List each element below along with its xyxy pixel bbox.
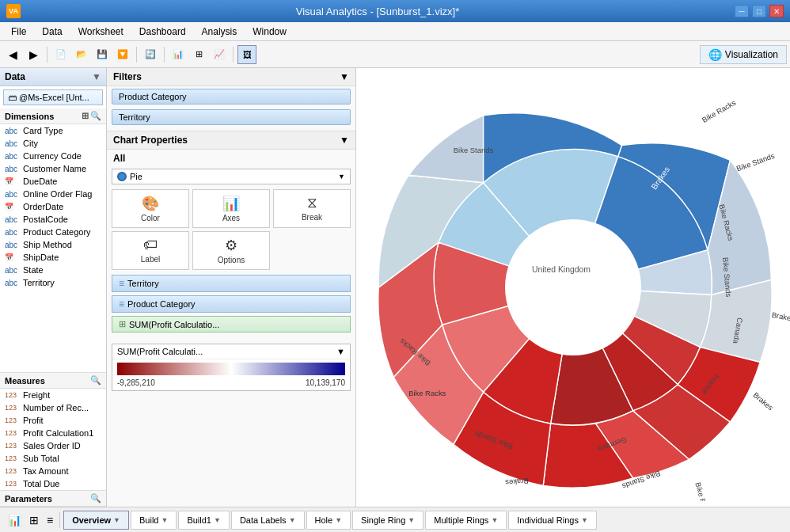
svg-text:Brakes: Brakes bbox=[505, 477, 529, 488]
tab-multiple-rings[interactable]: Multiple Rings ▼ bbox=[425, 511, 507, 530]
main-area: Data ▼ 🗃 @Ms-Excel [Unt... Dimensions ⊞ … bbox=[0, 68, 790, 507]
parameters-label: Parameters bbox=[5, 494, 52, 504]
shelf-territory-label: Territory bbox=[127, 279, 159, 288]
individual-rings-chevron: ▼ bbox=[581, 516, 588, 524]
left-panel: Data ▼ 🗃 @Ms-Excel [Unt... Dimensions ⊞ … bbox=[0, 68, 107, 507]
menu-window[interactable]: Window bbox=[245, 25, 294, 39]
dimensions-grid-icon[interactable]: ⊞ bbox=[82, 111, 89, 121]
back-button[interactable]: ◀ bbox=[3, 45, 22, 64]
measure-profit[interactable]: 123Profit bbox=[0, 414, 106, 427]
measure-tax[interactable]: 123Tax Amount bbox=[0, 465, 106, 477]
measures-search-icon[interactable]: 🔍 bbox=[90, 375, 101, 386]
tab-data-labels[interactable]: Data Labels ▼ bbox=[231, 511, 305, 530]
legend-menu-icon[interactable]: ▼ bbox=[336, 347, 345, 356]
data-labels-label: Data Labels bbox=[240, 515, 287, 525]
save-button[interactable]: 💾 bbox=[93, 45, 112, 64]
toolbar: ◀ ▶ 📄 📂 💾 🔽 🔄 📊 ⊞ 📈 🖼 🌐 Visualization bbox=[0, 41, 790, 68]
data-label: Data bbox=[5, 71, 25, 82]
list-view-icon[interactable]: ≡ bbox=[44, 512, 56, 528]
pie-chevron-icon: ▼ bbox=[338, 173, 345, 180]
break-button[interactable]: ⧖ Break bbox=[273, 189, 351, 228]
field-product-category[interactable]: abcProduct Category bbox=[0, 226, 106, 238]
measure-sales-order[interactable]: 123Sales Order ID bbox=[0, 439, 106, 452]
svg-text:Bike Stands: Bike Stands bbox=[454, 146, 494, 154]
break-label: Break bbox=[302, 213, 322, 222]
field-duedate[interactable]: 📅DueDate bbox=[0, 175, 106, 188]
svg-point-0 bbox=[506, 220, 640, 355]
minimize-button[interactable]: ─ bbox=[735, 5, 749, 17]
chart-props-icon[interactable]: ▼ bbox=[340, 135, 349, 146]
field-online-order[interactable]: abcOnline Order Flag bbox=[0, 188, 106, 200]
overview-label: Overview bbox=[72, 515, 111, 525]
svg-text:Bike Racks: Bike Racks bbox=[408, 389, 446, 397]
build1-label: Build1 bbox=[187, 515, 211, 525]
field-state[interactable]: abcState bbox=[0, 264, 106, 276]
measure-freight[interactable]: 123Freight bbox=[0, 389, 106, 401]
multiple-rings-chevron: ▼ bbox=[491, 516, 498, 524]
single-ring-label: Single Ring bbox=[361, 515, 405, 525]
vis-icon: 🌐 bbox=[708, 48, 722, 61]
field-city[interactable]: abcCity bbox=[0, 137, 106, 150]
filter-button[interactable]: 🔽 bbox=[113, 45, 132, 64]
tab-build1[interactable]: Build1 ▼ bbox=[178, 511, 230, 530]
field-territory[interactable]: abcTerritory bbox=[0, 276, 106, 289]
measure-profit-calc[interactable]: 123Profit Calculation1 bbox=[0, 427, 106, 439]
measure-total-due[interactable]: 123Total Due bbox=[0, 477, 106, 490]
menu-file[interactable]: File bbox=[3, 25, 34, 39]
tab-individual-rings[interactable]: Individual Rings ▼ bbox=[508, 511, 597, 530]
bottom-bar: 📊 ⊞ ≡ Overview ▼ Build ▼ Build1 ▼ Data L… bbox=[0, 507, 790, 532]
forward-button[interactable]: ▶ bbox=[24, 45, 43, 64]
field-card-type[interactable]: abcCard Type bbox=[0, 124, 106, 137]
field-postalcode[interactable]: abcPostalCode bbox=[0, 213, 106, 226]
label-button[interactable]: 🏷 Label bbox=[112, 231, 189, 270]
options-button[interactable]: ⚙ Options bbox=[192, 231, 270, 270]
dimensions-search-icon[interactable]: 🔍 bbox=[90, 111, 101, 121]
field-shipdate[interactable]: 📅ShipDate bbox=[0, 251, 106, 264]
filter-territory[interactable]: Territory bbox=[112, 109, 351, 125]
parameters-search-icon[interactable]: 🔍 bbox=[90, 493, 101, 504]
tab-single-ring[interactable]: Single Ring ▼ bbox=[352, 511, 423, 530]
line-chart-button[interactable]: 📈 bbox=[210, 45, 229, 64]
table-button[interactable]: ⊞ bbox=[189, 45, 208, 64]
new-button[interactable]: 📄 bbox=[51, 45, 70, 64]
menu-dashboard[interactable]: Dashboard bbox=[131, 25, 194, 39]
menu-data[interactable]: Data bbox=[34, 25, 70, 39]
filter-product-category[interactable]: Product Category bbox=[112, 89, 351, 104]
build1-chevron: ▼ bbox=[214, 516, 221, 524]
active-view-button[interactable]: 🖼 bbox=[237, 45, 256, 64]
measure-sub-total[interactable]: 123Sub Total bbox=[0, 452, 106, 465]
shelf-territory[interactable]: ≡ Territory bbox=[112, 275, 351, 292]
shelf-sum-profit[interactable]: ⊞ SUM(Profit Calculatio... bbox=[112, 316, 351, 332]
filters-menu-icon[interactable]: ▼ bbox=[340, 71, 349, 82]
svg-text:Brakes: Brakes bbox=[751, 390, 775, 412]
field-currency-code[interactable]: abcCurrency Code bbox=[0, 150, 106, 162]
measure-num-rec[interactable]: 123Number of Rec... bbox=[0, 401, 106, 414]
chart-type-select: Pie ▼ bbox=[112, 169, 351, 184]
tab-build[interactable]: Build ▼ bbox=[131, 511, 177, 530]
tab-hole[interactable]: Hole ▼ bbox=[306, 511, 351, 530]
maximize-button[interactable]: □ bbox=[752, 5, 766, 17]
ds-name: @Ms-Excel [Unt... bbox=[19, 93, 89, 102]
axes-button[interactable]: 📊 Axes bbox=[192, 189, 270, 228]
open-button[interactable]: 📂 bbox=[72, 45, 91, 64]
bar-chart-button[interactable]: 📊 bbox=[169, 45, 188, 64]
menu-analysis[interactable]: Analysis bbox=[194, 25, 245, 39]
menu-worksheet[interactable]: Worksheet bbox=[70, 25, 131, 39]
color-label: Color bbox=[141, 214, 160, 222]
data-menu-icon[interactable]: ▼ bbox=[92, 71, 101, 82]
field-customer-name[interactable]: abcCustomer Name bbox=[0, 162, 106, 175]
label-label: Label bbox=[141, 255, 160, 264]
shelf-product-category[interactable]: ≡ Product Category bbox=[112, 295, 351, 313]
field-orderdate[interactable]: 📅OrderDate bbox=[0, 200, 106, 213]
visualization-button[interactable]: 🌐 Visualization bbox=[700, 45, 787, 64]
datasource-item[interactable]: 🗃 @Ms-Excel [Unt... bbox=[3, 89, 103, 105]
chart-view-icon[interactable]: 📊 bbox=[5, 512, 25, 528]
field-ship-method[interactable]: abcShip Method bbox=[0, 238, 106, 251]
pie-dot-icon bbox=[117, 172, 127, 181]
refresh-button[interactable]: 🔄 bbox=[141, 45, 160, 64]
pie-dropdown[interactable]: Pie ▼ bbox=[112, 169, 351, 184]
grid-view-icon[interactable]: ⊞ bbox=[26, 512, 42, 528]
close-button[interactable]: ✕ bbox=[769, 5, 784, 17]
tab-overview[interactable]: Overview ▼ bbox=[63, 511, 129, 530]
color-button[interactable]: 🎨 Color bbox=[112, 189, 189, 228]
